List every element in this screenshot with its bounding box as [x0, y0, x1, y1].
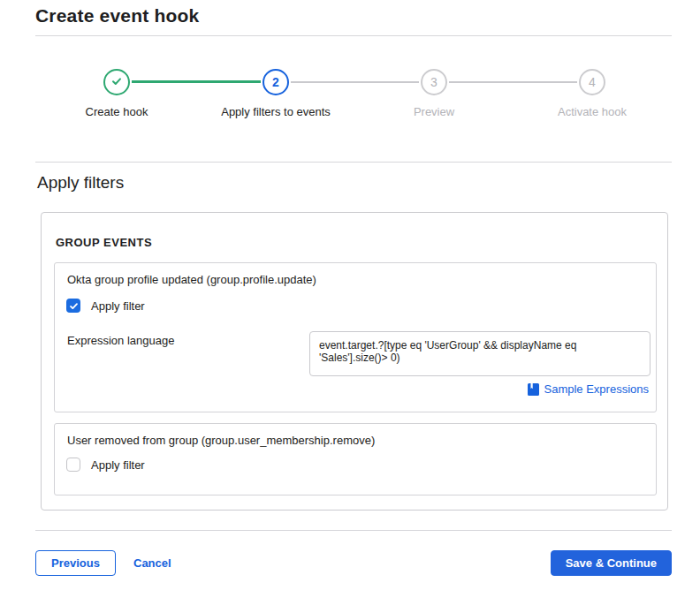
apply-filter-label: Apply filter [91, 458, 145, 472]
stepper-connector-todo [291, 81, 419, 83]
step-2-circle[interactable]: 2 [262, 69, 289, 95]
section-divider [35, 162, 672, 163]
step-4-label: Activate hook [513, 105, 672, 118]
event-card-user-membership-remove: User removed from group (group.user_memb… [54, 423, 657, 495]
expression-language-input[interactable]: event.target.?[type eq 'UserGroup' && di… [309, 331, 651, 376]
step-number: 3 [430, 75, 438, 89]
expression-language-label: Expression language [67, 334, 174, 347]
step-number: 2 [272, 75, 279, 89]
previous-button[interactable]: Previous [35, 550, 116, 576]
stepper-connector-done [132, 80, 261, 83]
event-title: User removed from group (group.user_memb… [67, 434, 375, 447]
group-events-title: GROUP EVENTS [56, 236, 152, 249]
step-1-circle[interactable] [103, 69, 130, 95]
event-card-group-profile-update: Okta group profile updated (group.profil… [54, 262, 657, 412]
step-4-circle: 4 [579, 69, 605, 95]
check-icon [110, 75, 123, 90]
stepper-connector-todo [449, 81, 577, 83]
step-number: 4 [589, 75, 596, 89]
apply-filter-checkbox-unchecked[interactable] [66, 458, 80, 472]
sample-expressions-label: Sample Expressions [544, 382, 650, 396]
step-3-label: Preview [354, 105, 514, 118]
apply-filter-row[interactable]: Apply filter [66, 299, 145, 313]
apply-filter-row[interactable]: Apply filter [66, 458, 145, 472]
group-events-panel: GROUP EVENTS Okta group profile updated … [41, 212, 668, 511]
section-heading: Apply filters [37, 173, 124, 193]
check-icon [69, 301, 79, 311]
wizard-stepper: 2 3 4 Create hook Apply filters to event… [0, 0, 700, 132]
save-continue-button[interactable]: Save & Continue [551, 550, 672, 576]
cancel-link[interactable]: Cancel [133, 556, 171, 570]
step-3-circle: 3 [421, 69, 447, 95]
apply-filter-checkbox-checked[interactable] [66, 299, 80, 313]
step-1-label: Create hook [37, 105, 196, 118]
book-icon [528, 383, 539, 396]
footer-divider [35, 530, 672, 531]
create-event-hook-page: Create event hook 2 3 4 Create hook Appl… [0, 0, 700, 590]
sample-expressions-link[interactable]: Sample Expressions [528, 382, 650, 396]
step-2-label: Apply filters to events [196, 105, 355, 118]
apply-filter-label: Apply filter [91, 299, 145, 313]
event-title: Okta group profile updated (group.profil… [67, 273, 316, 286]
